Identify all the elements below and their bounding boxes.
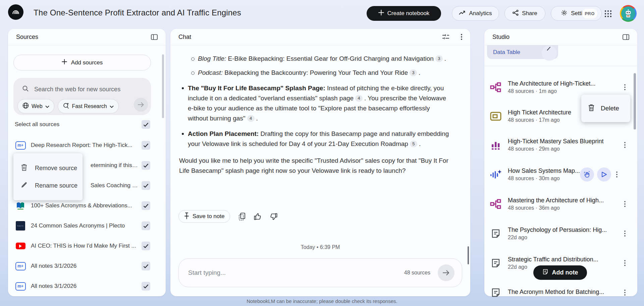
source-checkbox[interactable]: [142, 161, 150, 170]
note-icon: [488, 288, 503, 298]
thumbs-up-icon[interactable]: [254, 213, 261, 220]
avatar-robot-image: [621, 6, 635, 20]
studio-delete-menu-item[interactable]: Delete: [581, 95, 630, 122]
create-notebook-button[interactable]: Create notebook: [367, 6, 441, 21]
collapse-studio-panel-icon[interactable]: [623, 34, 629, 40]
play-audio-icon[interactable]: [597, 167, 611, 182]
add-sources-button[interactable]: Add sources: [13, 55, 151, 70]
analytics-button[interactable]: Analytics: [452, 6, 499, 21]
chat-date-divider: Today • 6:39 PM: [170, 244, 470, 250]
studio-item-kebab-icon[interactable]: [621, 199, 629, 209]
notebook-doc-icon: [15, 282, 26, 291]
chat-bullet: The "Buy It For Life Basecamp" Splash Pa…: [179, 83, 451, 123]
plecto-logo-icon: [15, 221, 26, 231]
source-checkbox[interactable]: [142, 242, 150, 250]
app-header: The One-Sentence Profit Extractor and AI…: [0, 0, 644, 27]
source-checkbox[interactable]: [142, 181, 150, 190]
edit-chip-button[interactable]: [542, 46, 557, 61]
citation-chip[interactable]: 4: [355, 95, 363, 102]
trash-icon: [588, 104, 595, 113]
studio-item[interactable]: The Architecture of High-Ticket...48 sou…: [488, 78, 629, 97]
chat-more-kebab-icon[interactable]: [461, 34, 462, 40]
chat-settings-tune-icon[interactable]: [442, 34, 449, 40]
research-mode-chip[interactable]: Fast Research: [58, 99, 119, 113]
note-icon: [542, 269, 548, 276]
chat-panel-title: Chat: [178, 34, 191, 41]
source-row[interactable]: All notes 3/1/2026: [15, 258, 150, 274]
studio-item-kebab-icon[interactable]: [621, 82, 629, 92]
source-checkbox[interactable]: [142, 141, 150, 150]
user-avatar[interactable]: [620, 5, 637, 22]
studio-item-kebab-icon[interactable]: [621, 228, 629, 239]
slides-icon: [488, 112, 503, 121]
save-to-note-button[interactable]: Save to note: [178, 210, 230, 223]
source-row[interactable]: 24 Common Sales Acronyms | Plecto: [15, 218, 150, 234]
answer-actions: Save to note: [178, 210, 277, 223]
citation-chip[interactable]: 4: [247, 115, 255, 122]
chat-sub-bullet: Blog Title: E-Bike Bikepacking: Essentia…: [179, 54, 451, 64]
studio-divider: [484, 66, 637, 66]
collapse-sources-panel-icon[interactable]: [151, 34, 158, 40]
citation-chip[interactable]: 5: [410, 141, 417, 147]
source-row[interactable]: All notes 3/1/2026: [15, 278, 150, 294]
chat-scrollbar[interactable]: [468, 246, 469, 264]
web-filter-chip[interactable]: Web: [17, 99, 54, 113]
citation-chip[interactable]: 3: [410, 69, 417, 76]
studio-item-kebab-icon[interactable]: [621, 140, 629, 150]
remove-source-menu-item[interactable]: Remove source: [13, 159, 83, 177]
note-icon: [488, 258, 503, 268]
studio-item-kebab-icon[interactable]: [612, 169, 621, 180]
search-input[interactable]: [34, 86, 145, 93]
studio-item[interactable]: Mastering the Architecture of High...48 …: [488, 195, 629, 213]
studio-item[interactable]: The Psychology of Persuasion: Hig...22d …: [488, 224, 629, 243]
notebooklm-app: { "header": { "title": "The One-Sentence…: [0, 0, 644, 306]
select-all-checkbox[interactable]: [142, 120, 150, 129]
thumbs-down-icon[interactable]: [270, 213, 277, 220]
plus-icon: [378, 10, 384, 17]
studio-item[interactable]: How Sales Systems Map...48 sources · 30m…: [488, 165, 629, 184]
studio-scrollbar[interactable]: [634, 73, 636, 130]
chat-input[interactable]: [188, 269, 404, 276]
studio-item[interactable]: High-Ticket Mastery Sales Blueprint48 so…: [488, 136, 629, 154]
source-checkbox[interactable]: [142, 282, 150, 291]
chat-send-button[interactable]: [438, 264, 454, 281]
chat-sub-bullet-list: Blog Title: E-Bike Bikepacking: Essentia…: [179, 54, 451, 78]
chevron-down-icon: [45, 103, 49, 109]
share-button[interactable]: Share: [504, 6, 545, 21]
chat-bullet: Action Plan Placement: Drafting the copy…: [179, 129, 451, 149]
studio-item-kebab-icon[interactable]: [621, 288, 629, 298]
notebook-doc-icon: [15, 141, 26, 150]
chat-bullet-list: The "Buy It For Life Basecamp" Splash Pa…: [179, 83, 451, 149]
pro-badge: PRO: [582, 9, 597, 18]
sources-scrollbar[interactable]: [162, 54, 164, 118]
citation-chip[interactable]: 3: [435, 55, 443, 62]
mindmap-icon: [488, 82, 503, 92]
google-apps-grid-icon[interactable]: [603, 8, 613, 19]
source-checkbox[interactable]: [142, 262, 150, 270]
source-row[interactable]: Deep Research Report: The High-Tick...: [15, 137, 150, 153]
chat-source-count: 48 sources: [404, 270, 430, 276]
chat-panel-header: Chat: [170, 29, 470, 45]
disclaimer-text: NotebookLM can be inaccurate; please dou…: [0, 298, 644, 304]
source-checkbox[interactable]: [142, 221, 150, 230]
source-checkbox[interactable]: [142, 201, 150, 210]
chat-sub-bullet: Podcast: Bikepacking the Backcountry: Po…: [179, 68, 451, 78]
studio-panel-header: Studio: [484, 29, 637, 45]
notebook-doc-icon: [15, 262, 26, 270]
notebook-title[interactable]: The One-Sentence Profit Extractor and AI…: [34, 8, 241, 17]
studio-item-kebab-icon[interactable]: [621, 258, 629, 268]
rename-source-menu-item[interactable]: Rename source: [13, 177, 83, 194]
sparkle-search-icon: [63, 102, 69, 110]
interactive-mode-hand-icon[interactable]: [580, 167, 594, 182]
copy-icon[interactable]: [239, 213, 245, 220]
source-row[interactable]: AI CEO: THIS is How I'd Make My First ..…: [15, 238, 150, 254]
sources-panel-title: Sources: [16, 34, 38, 41]
share-icon: [513, 10, 519, 17]
plus-icon: [62, 59, 67, 66]
notebooklm-logo-icon[interactable]: [8, 4, 23, 20]
add-note-button[interactable]: Add note: [533, 265, 587, 280]
search-submit-button[interactable]: [134, 98, 148, 112]
studio-panel-title: Studio: [492, 34, 509, 41]
sources-panel: Sources Add sources Web Fast Research: [8, 29, 166, 296]
trending-up-icon: [459, 10, 466, 17]
